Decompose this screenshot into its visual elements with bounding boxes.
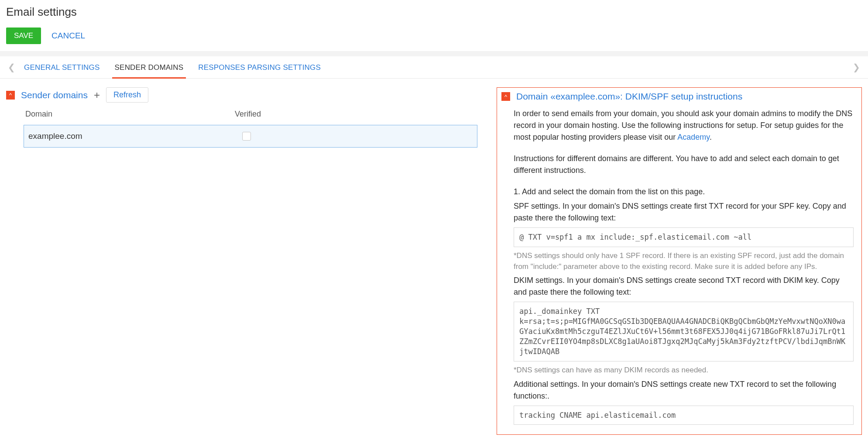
setup-title: Domain «examplee.com»: DKIM/SPF setup in… — [516, 91, 742, 102]
step-1: 1. Add and select the domain from the li… — [514, 186, 854, 198]
chevron-up-icon: ^ — [9, 92, 12, 98]
chevron-left-icon: ❮ — [8, 62, 15, 72]
divider — [0, 51, 868, 56]
page-title: Email settings — [6, 5, 862, 19]
tab-scroll-left[interactable]: ❮ — [4, 58, 19, 76]
save-button[interactable]: SAVE — [6, 28, 41, 44]
dkim-hint: *DNS settings can have as many DKIM reco… — [514, 365, 854, 376]
collapse-toggle[interactable]: ^ — [6, 91, 15, 100]
setup-instructions-panel: ^ Domain «examplee.com»: DKIM/SPF setup … — [497, 87, 862, 435]
sender-domains-panel: ^ Sender domains + Refresh Domain Verifi… — [6, 87, 460, 148]
add-domain-button[interactable]: + — [94, 90, 100, 100]
instructions-body: In order to send emails from your domain… — [501, 108, 857, 425]
action-bar: SAVE CANCEL — [6, 28, 862, 44]
tab-sender-domains[interactable]: SENDER DOMAINS — [115, 56, 184, 78]
dkim-code[interactable]: api._domainkey TXT k=rsa;t=s;p=MIGfMA0GC… — [514, 302, 854, 361]
collapse-toggle-instructions[interactable]: ^ — [501, 92, 510, 101]
spf-code[interactable]: @ TXT v=spf1 a mx include:_spf.elasticem… — [514, 227, 854, 247]
tab-responses-parsing[interactable]: RESPONSES PARSING SETTINGS — [198, 56, 321, 78]
plus-icon: + — [94, 89, 100, 101]
spf-hint: *DNS settings should only have 1 SPF rec… — [514, 251, 854, 272]
cancel-button[interactable]: CANCEL — [51, 31, 85, 41]
domains-table: Domain Verified examplee.com — [24, 110, 477, 148]
tabs-row: ❮ GENERAL SETTINGS SENDER DOMAINS RESPON… — [0, 56, 868, 79]
tab-general-settings[interactable]: GENERAL SETTINGS — [24, 56, 100, 78]
col-verified: Verified — [235, 110, 477, 119]
table-row[interactable]: examplee.com — [24, 125, 477, 148]
chevron-right-icon: ❯ — [853, 62, 860, 72]
intro1-post: . — [710, 133, 712, 141]
verified-checkbox[interactable] — [242, 132, 251, 141]
col-domain: Domain — [25, 110, 235, 119]
dkim-heading: DKIM settings. In your domain's DNS sett… — [514, 275, 854, 298]
chevron-up-icon: ^ — [504, 94, 507, 100]
refresh-button[interactable]: Refresh — [106, 87, 148, 103]
domain-cell: examplee.com — [28, 131, 238, 141]
additional-code[interactable]: tracking CNAME api.elasticemail.com — [514, 406, 854, 425]
table-header: Domain Verified — [24, 110, 477, 125]
academy-link[interactable]: Academy — [677, 133, 710, 141]
intro-paragraph-1: In order to send emails from your domain… — [514, 108, 854, 143]
additional-heading: Additional settings. In your domain's DN… — [514, 379, 854, 402]
intro-paragraph-2: Instructions for different domains are d… — [514, 153, 854, 176]
verified-cell — [238, 132, 473, 141]
spf-heading: SPF settings. In your domain's DNS setti… — [514, 200, 854, 224]
tab-scroll-right[interactable]: ❯ — [849, 58, 864, 76]
tabs: GENERAL SETTINGS SENDER DOMAINS RESPONSE… — [19, 56, 321, 78]
sender-domains-title: Sender domains — [21, 90, 88, 100]
